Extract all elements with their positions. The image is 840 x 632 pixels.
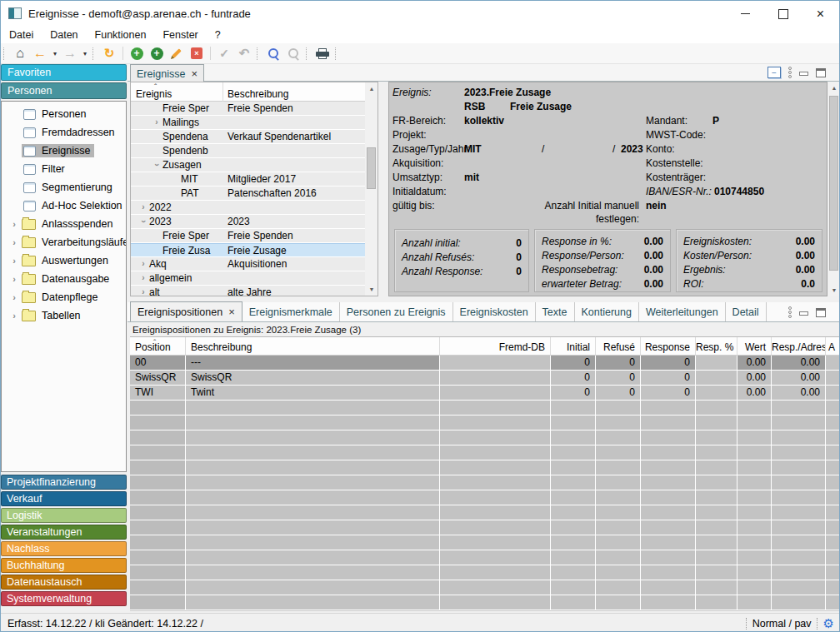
- sidebar-item-fremdadressen[interactable]: Fremdadressen: [2, 123, 126, 142]
- menu-daten[interactable]: Daten: [42, 27, 86, 42]
- scroll-up-icon[interactable]: ▲: [365, 82, 378, 95]
- table-row[interactable]: TWI Twint 0 0 0 0.00 0.00: [130, 386, 840, 401]
- column-header-beschreibung[interactable]: Beschreibung: [186, 337, 440, 355]
- sidebar-group-personen[interactable]: Personen: [1, 82, 127, 99]
- kebab-menu-icon[interactable]: [788, 306, 792, 318]
- scroll-down-icon[interactable]: ▼: [365, 283, 378, 296]
- delete-button[interactable]: ×: [187, 45, 207, 62]
- tree-row[interactable]: Spendenb: [131, 144, 365, 158]
- tree-row[interactable]: ›altalte Jahre: [131, 286, 365, 296]
- tab-ereignisse[interactable]: Ereignisse ×: [130, 64, 204, 82]
- column-header-response[interactable]: Response: [641, 337, 696, 355]
- chevron-down-icon[interactable]: ›: [150, 159, 163, 171]
- column-header-a[interactable]: A: [826, 337, 840, 355]
- tree-row[interactable]: Freie SperFreie Spenden: [131, 102, 365, 116]
- sidebar-group-nachlass[interactable]: Nachlass: [1, 541, 127, 556]
- panel-maximize-icon[interactable]: [816, 68, 826, 77]
- sidebar-group-favoriten[interactable]: Favoriten: [1, 64, 127, 81]
- scrollbar-thumb[interactable]: [367, 147, 376, 189]
- tab-weiterleitungen[interactable]: Weiterleitungen: [639, 302, 726, 321]
- sidebar-item-ereignisse[interactable]: Ereignisse: [2, 142, 126, 160]
- print-button[interactable]: [312, 45, 332, 62]
- tree-row[interactable]: ›AkqAkquisitionen: [131, 257, 365, 271]
- window-close-button[interactable]: ×: [802, 1, 839, 27]
- search-button[interactable]: [263, 45, 283, 62]
- tree-row-selected[interactable]: Freie ZusaFreie Zusage: [131, 243, 365, 257]
- sidebar-group-systemverwaltung[interactable]: Systemverwaltung: [1, 591, 127, 606]
- refresh-button[interactable]: ↻: [99, 45, 119, 62]
- column-header-resp-adresse[interactable]: Resp./Adresse: [772, 337, 826, 355]
- column-header-fremd-db[interactable]: Fremd-DB: [440, 337, 551, 355]
- edit-button[interactable]: [167, 45, 187, 62]
- column-header-wert[interactable]: Wert: [738, 337, 772, 355]
- tree-row[interactable]: MITMitglieder 2017: [131, 172, 365, 187]
- tree-row[interactable]: ›2022: [131, 201, 365, 215]
- sidebar-group-verkauf[interactable]: Verkauf: [1, 491, 127, 506]
- chevron-right-icon[interactable]: ›: [151, 116, 162, 129]
- tab-texte[interactable]: Texte: [536, 302, 575, 321]
- search-secondary-button[interactable]: [283, 45, 303, 62]
- table-row[interactable]: SwissQR SwissQR 0 0 0 0.00 0.00: [130, 371, 840, 386]
- menu-fenster[interactable]: Fenster: [154, 27, 206, 42]
- sidebar-group-buchhaltung[interactable]: Buchhaltung: [1, 558, 127, 573]
- sidebar-item-adhoc-selektion[interactable]: Ad-Hoc Selektion: [2, 197, 126, 215]
- float-window-icon[interactable]: −: [768, 67, 781, 78]
- sidebar-item-auswertungen[interactable]: ›Auswertungen: [2, 251, 126, 270]
- scroll-down-icon[interactable]: ▼: [828, 284, 840, 296]
- chevron-right-icon[interactable]: ›: [138, 201, 149, 214]
- tree-scrollbar[interactable]: ▲ ▼: [365, 82, 378, 296]
- menu-datei[interactable]: Datei: [1, 27, 42, 42]
- tab-detail[interactable]: Detail: [726, 302, 767, 321]
- back-button[interactable]: ←: [30, 45, 50, 62]
- tree-row[interactable]: PATPatenschaften 2016: [131, 187, 365, 201]
- sidebar-group-logistik[interactable]: Logistik: [1, 508, 127, 523]
- sidebar-item-anlassspenden[interactable]: ›Anlassspenden: [2, 215, 126, 233]
- tab-close-icon[interactable]: ×: [191, 69, 198, 79]
- sidebar-group-projektfinanzierung[interactable]: Projektfinanzierung: [1, 475, 127, 490]
- menu-help[interactable]: ?: [207, 27, 229, 42]
- chevron-right-icon[interactable]: ›: [138, 286, 149, 296]
- sidebar-item-tabellen[interactable]: ›Tabellen: [2, 306, 126, 325]
- tree-row[interactable]: SpendenaVerkauf Spendenartikel: [131, 130, 365, 144]
- tree-row[interactable]: ›20232023: [131, 215, 365, 229]
- panel-minimize-icon[interactable]: [799, 311, 808, 316]
- column-header-beschreibung[interactable]: Beschreibung: [228, 88, 288, 100]
- sidebar-item-filter[interactable]: Filter: [2, 160, 126, 178]
- forward-button[interactable]: →: [60, 45, 80, 62]
- sidebar-group-veranstaltungen[interactable]: Veranstaltungen: [1, 525, 127, 540]
- sidebar-group-datenaustausch[interactable]: Datenaustausch: [1, 575, 127, 590]
- window-maximize-button[interactable]: [764, 1, 802, 27]
- add-special-button[interactable]: +: [147, 45, 167, 62]
- tab-close-icon[interactable]: ×: [228, 307, 235, 317]
- tab-ereignispositionen[interactable]: Ereignispositionen ×: [130, 301, 242, 321]
- chevron-right-icon[interactable]: ›: [138, 271, 149, 285]
- column-header-initial[interactable]: Initial: [551, 337, 596, 355]
- menu-funktionen[interactable]: Funktionen: [87, 27, 155, 42]
- tree-row[interactable]: ›Zusagen: [131, 158, 365, 172]
- tab-ereignismerkmale[interactable]: Ereignismerkmale: [242, 302, 340, 321]
- undo-button[interactable]: ↶: [234, 45, 254, 62]
- add-button[interactable]: +: [127, 45, 147, 62]
- tree-row[interactable]: ›allgemein: [131, 271, 365, 286]
- column-header-resp-pct[interactable]: Resp. %: [696, 337, 738, 355]
- panel-maximize-icon[interactable]: [816, 308, 826, 317]
- tree-row[interactable]: ›Mailings: [131, 116, 365, 130]
- scroll-up-icon[interactable]: ▲: [828, 82, 840, 94]
- chevron-right-icon[interactable]: ›: [138, 257, 149, 271]
- sidebar-item-segmentierung[interactable]: Segmentierung: [2, 178, 126, 197]
- kebab-menu-icon[interactable]: [788, 67, 792, 78]
- column-header-position[interactable]: ˆPosition: [130, 337, 186, 355]
- tab-kontierung[interactable]: Kontierung: [575, 302, 639, 321]
- tree-row[interactable]: Freie SperFreie Spenden: [131, 229, 365, 243]
- tab-personen-zu-ereignis[interactable]: Personen zu Ereignis: [340, 302, 453, 321]
- gear-icon[interactable]: ⚙: [823, 617, 834, 630]
- chevron-down-icon[interactable]: ›: [137, 216, 150, 227]
- tab-ereigniskosten[interactable]: Ereigniskosten: [453, 302, 536, 321]
- sidebar-item-datenausgabe[interactable]: ›Datenausgabe: [2, 270, 126, 288]
- window-minimize-button[interactable]: [727, 1, 764, 27]
- forward-dropdown-icon[interactable]: ▾: [80, 45, 90, 62]
- back-dropdown-icon[interactable]: ▾: [50, 45, 60, 62]
- sidebar-item-personen[interactable]: Personen: [2, 105, 126, 123]
- table-row-selected[interactable]: 00 --- 0 0 0 0.00 0.00: [130, 356, 840, 371]
- column-header-ereignis[interactable]: ˆEreignis: [136, 88, 172, 100]
